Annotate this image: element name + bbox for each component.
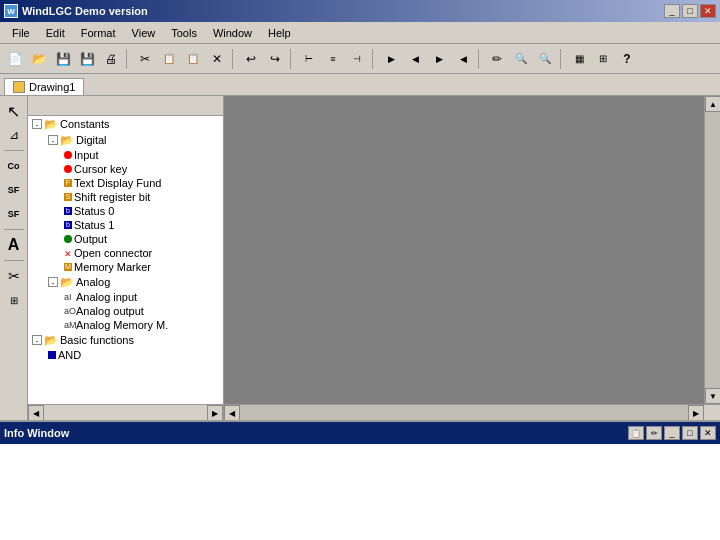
expand-constants[interactable]: -	[32, 119, 42, 129]
sidebar-scroll-track[interactable]	[44, 405, 207, 420]
tree-cursor-key[interactable]: Cursor key	[28, 162, 223, 176]
expand-digital[interactable]: -	[48, 135, 58, 145]
menu-format[interactable]: Format	[73, 25, 124, 41]
tree-status1[interactable]: b Status 1	[28, 218, 223, 232]
copy-button[interactable]: 📋	[158, 48, 180, 70]
sidebar-scroll-right[interactable]: ▶	[207, 405, 223, 420]
coil-tool[interactable]: SF	[3, 179, 25, 201]
run-button[interactable]: ▶	[380, 48, 402, 70]
stop-button[interactable]: ◀	[404, 48, 426, 70]
align-left-button[interactable]: ⊢	[298, 48, 320, 70]
cursor-tool[interactable]: ↖	[3, 100, 25, 122]
snap-button[interactable]: ⊞	[592, 48, 614, 70]
tool-sep-3	[4, 260, 24, 261]
digital-folder-icon: 📂	[60, 133, 74, 147]
tree-constants[interactable]: - 📂 Constants	[28, 116, 223, 132]
info-close-btn[interactable]: ✕	[700, 426, 716, 440]
align-right-button[interactable]: ⊣	[346, 48, 368, 70]
shift-register-icon: S	[64, 193, 72, 201]
block-tool[interactable]: SF	[3, 203, 25, 225]
help-button[interactable]: ?	[616, 48, 638, 70]
pencil-button[interactable]: ✏	[486, 48, 508, 70]
info-copy-btn[interactable]: 📋	[628, 426, 644, 440]
tree-memory-marker[interactable]: M Memory Marker	[28, 260, 223, 274]
step-button[interactable]: ▶	[428, 48, 450, 70]
tree-analog-memory[interactable]: aM Analog Memory M.	[28, 318, 223, 332]
wire-tool[interactable]: ⊿	[3, 124, 25, 146]
save-red-button[interactable]: 💾	[52, 48, 74, 70]
and-label: AND	[58, 349, 81, 361]
basic-functions-label: Basic functions	[60, 334, 134, 346]
scissors-tool[interactable]: ✂	[3, 265, 25, 287]
sidebar-scroll-left[interactable]: ◀	[28, 405, 44, 420]
tree-open-connector[interactable]: ✕ Open connector	[28, 246, 223, 260]
analog-input-label: Analog input	[76, 291, 137, 303]
menu-tools[interactable]: Tools	[163, 25, 205, 41]
drawing-inner: ▲ ▼	[224, 96, 720, 404]
tree-input[interactable]: Input	[28, 148, 223, 162]
zoom-in-button[interactable]: 🔍	[510, 48, 532, 70]
tool-sep-2	[4, 229, 24, 230]
info-maximize-btn[interactable]: □	[682, 426, 698, 440]
tree-text-display[interactable]: F Text Display Fund	[28, 176, 223, 190]
marker-tool[interactable]: ⊞	[3, 289, 25, 311]
align-center-button[interactable]: ≡	[322, 48, 344, 70]
paste-button[interactable]: 📋	[182, 48, 204, 70]
redo-button[interactable]: ↪	[264, 48, 286, 70]
info-edit-btn[interactable]: ✏	[646, 426, 662, 440]
tree-shift-register[interactable]: S Shift register bit	[28, 190, 223, 204]
tree-output[interactable]: Output	[28, 232, 223, 246]
input-label: Input	[74, 149, 98, 161]
back-button[interactable]: ◀	[452, 48, 474, 70]
expand-basic[interactable]: -	[32, 335, 42, 345]
vscroll-down[interactable]: ▼	[705, 388, 720, 404]
drawing-canvas[interactable]	[224, 96, 704, 404]
minimize-button[interactable]: _	[664, 4, 680, 18]
open-button[interactable]: 📂	[28, 48, 50, 70]
sidebar-header	[28, 96, 223, 116]
tab-icon	[13, 81, 25, 93]
delete-button[interactable]: ✕	[206, 48, 228, 70]
new-button[interactable]: 📄	[4, 48, 26, 70]
undo-button[interactable]: ↩	[240, 48, 262, 70]
menu-window[interactable]: Window	[205, 25, 260, 41]
memory-marker-label: Memory Marker	[74, 261, 151, 273]
title-bar-left: W WindLGC Demo version	[4, 4, 148, 18]
maximize-button[interactable]: □	[682, 4, 698, 18]
drawing-vscrollbar[interactable]: ▲ ▼	[704, 96, 720, 404]
info-restore-btn[interactable]: _	[664, 426, 680, 440]
print-button[interactable]: 🖨	[100, 48, 122, 70]
menu-view[interactable]: View	[124, 25, 164, 41]
tree-digital[interactable]: - 📂 Digital	[28, 132, 223, 148]
hscroll-track[interactable]	[240, 405, 688, 420]
menu-file[interactable]: File	[4, 25, 38, 41]
menu-help[interactable]: Help	[260, 25, 299, 41]
sidebar-scrollbar[interactable]: ◀ ▶	[28, 404, 223, 420]
hscroll-right[interactable]: ▶	[688, 405, 704, 420]
grid-button[interactable]: ▦	[568, 48, 590, 70]
status0-icon: b	[64, 207, 72, 215]
status1-label: Status 1	[74, 219, 114, 231]
shift-register-label: Shift register bit	[74, 191, 150, 203]
tree-analog-output[interactable]: aO Analog output	[28, 304, 223, 318]
tree-basic-functions[interactable]: - 📂 Basic functions	[28, 332, 223, 348]
tree-analog-input[interactable]: aI Analog input	[28, 290, 223, 304]
hscroll-left[interactable]: ◀	[224, 405, 240, 420]
drawing1-tab[interactable]: Drawing1	[4, 78, 84, 95]
text-tool[interactable]: A	[3, 234, 25, 256]
contact-tool[interactable]: Co	[3, 155, 25, 177]
tree-container[interactable]: - 📂 Constants - 📂 Digital Input	[28, 116, 223, 404]
tree-analog[interactable]: - 📂 Analog	[28, 274, 223, 290]
menu-edit[interactable]: Edit	[38, 25, 73, 41]
zoom-out-button[interactable]: 🔍	[534, 48, 556, 70]
save-button[interactable]: 💾	[76, 48, 98, 70]
tree-status0[interactable]: b Status 0	[28, 204, 223, 218]
content-area: ↖ ⊿ Co SF SF A ✂ ⊞ - 📂 Constants	[0, 96, 720, 420]
close-button[interactable]: ✕	[700, 4, 716, 18]
tree-and[interactable]: AND	[28, 348, 223, 362]
vscroll-up[interactable]: ▲	[705, 96, 720, 112]
vscroll-track[interactable]	[705, 112, 720, 388]
open-connector-icon: ✕	[64, 249, 72, 257]
expand-analog[interactable]: -	[48, 277, 58, 287]
cut-button[interactable]: ✂	[134, 48, 156, 70]
